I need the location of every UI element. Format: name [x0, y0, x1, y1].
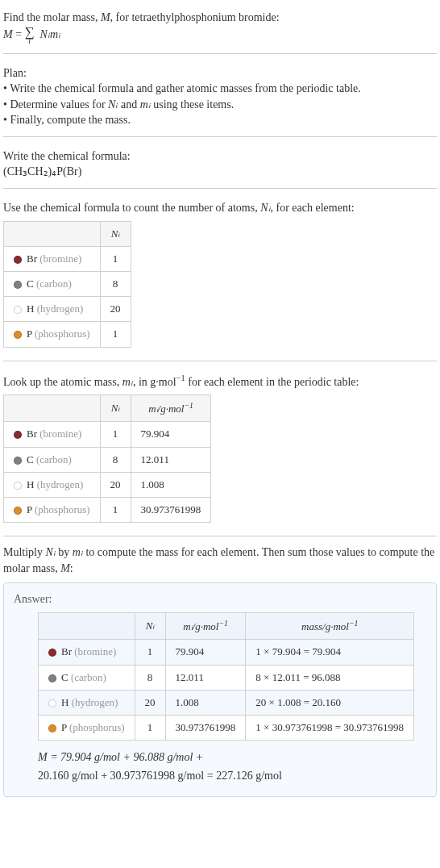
table-row: Br (bromine) 1 79.904	[4, 422, 211, 447]
element-name: (hydrogen)	[72, 696, 118, 708]
header-mass: mass/g·mol−1	[246, 612, 414, 640]
element-dot-icon	[14, 507, 22, 515]
element-name: (hydrogen)	[37, 303, 84, 315]
count-table: Nᵢ Br (bromine) 1 C (carbon) 8 H (hydrog…	[3, 221, 131, 348]
table-row: P (phosphorus) 1 30.973761998	[4, 497, 211, 522]
ans-mass: 1 × 30.973761998 = 30.973761998	[246, 715, 414, 740]
element-dot-icon	[48, 724, 56, 732]
table-header-row: Nᵢ mᵢ/g·mol−1	[4, 394, 211, 422]
element-symbol: Br	[27, 252, 37, 265]
intro-post: , for tetraethylphosphonium bromide:	[110, 11, 280, 23]
final-line2: 20.160 g/mol + 30.973761998 g/mol = 227.…	[38, 770, 282, 782]
lookup-m: 12.011	[131, 447, 211, 472]
lookup-post: for each element in the periodic table:	[185, 375, 359, 387]
element-name: (carbon)	[71, 671, 106, 683]
ans-mass: 8 × 12.011 = 96.088	[246, 665, 414, 690]
header-empty	[4, 394, 101, 422]
chemical-formula: (CH₃CH₂)₄P(Br)	[3, 164, 437, 180]
lookup-m: 30.973761998	[131, 497, 211, 522]
formula-title: Write the chemical formula:	[3, 148, 437, 165]
intro-pre: Find the molar mass,	[3, 11, 101, 23]
sigma-icon: ∑i	[25, 26, 35, 45]
table-row: H (hydrogen) 20 1.008	[4, 472, 211, 497]
table-row: P (phosphorus) 1	[4, 322, 131, 347]
element-dot-icon	[14, 331, 22, 339]
plan-b2-post: using these items.	[151, 98, 234, 111]
count-n: 20	[100, 297, 131, 322]
answer-table: Nᵢ mᵢ/g·mol−1 mass/g·mol−1 Br (bromine) …	[38, 612, 414, 741]
count-var: Nᵢ	[260, 202, 270, 214]
ans-n: 8	[135, 665, 165, 690]
count-n: 8	[100, 272, 131, 297]
element-symbol: P	[27, 503, 32, 515]
eq-eq: =	[13, 28, 25, 40]
element-symbol: P	[27, 328, 32, 340]
element-dot-icon	[14, 482, 22, 490]
element-symbol: C	[27, 453, 34, 465]
element-symbol: H	[27, 303, 34, 315]
count-post: , for each element:	[271, 202, 355, 214]
ans-m: 79.904	[165, 640, 246, 665]
multiply-line: Multiply Nᵢ by mᵢ to compute the mass fo…	[3, 545, 437, 576]
header-m: mᵢ/g·mol−1	[165, 612, 246, 640]
count-n: 1	[100, 322, 131, 347]
table-row: H (hydrogen) 20	[4, 297, 131, 322]
mul-n: Nᵢ	[46, 546, 56, 558]
intro-var-m: M	[101, 11, 110, 23]
mul-pre: Multiply	[3, 546, 46, 558]
plan-b2-m: mᵢ	[140, 98, 151, 111]
element-name: (phosphorus)	[35, 503, 90, 515]
element-name: (carbon)	[36, 453, 72, 465]
count-section: Use the chemical formula to count the nu…	[3, 197, 437, 361]
table-row: Br (bromine) 1	[4, 246, 131, 271]
element-symbol: C	[61, 671, 68, 683]
lookup-var: mᵢ	[122, 375, 133, 387]
lookup-n: 8	[100, 447, 131, 472]
header-empty	[4, 221, 101, 246]
element-dot-icon	[14, 457, 22, 465]
element-symbol: H	[27, 478, 34, 490]
element-symbol: P	[61, 721, 67, 733]
lookup-n: 20	[100, 472, 131, 497]
plan-section: Plan: • Write the chemical formula and g…	[3, 62, 437, 137]
element-dot-icon	[48, 674, 56, 682]
plan-b2-pre: • Determine values for	[3, 98, 108, 111]
element-dot-icon	[14, 306, 22, 314]
table-row: H (hydrogen) 20 1.008 20 × 1.008 = 20.16…	[39, 690, 414, 715]
lookup-m: 79.904	[131, 422, 211, 447]
element-symbol: H	[61, 696, 68, 708]
table-header-row: Nᵢ mᵢ/g·mol−1 mass/g·mol−1	[39, 612, 414, 640]
element-name: (phosphorus)	[35, 328, 90, 340]
mul-by: by	[56, 546, 73, 558]
count-line: Use the chemical formula to count the nu…	[3, 200, 437, 216]
multiply-section: Multiply Nᵢ by mᵢ to compute the mass fo…	[3, 545, 437, 579]
lookup-mid: , in g·mol	[133, 375, 176, 387]
element-name: (carbon)	[36, 278, 72, 290]
lookup-table: Nᵢ mᵢ/g·mol−1 Br (bromine) 1 79.904 C (c…	[3, 394, 211, 523]
plan-title: Plan:	[3, 65, 437, 81]
plan-bullet-2: • Determine values for Nᵢ and mᵢ using t…	[3, 97, 437, 113]
element-dot-icon	[48, 649, 56, 657]
element-name: (bromine)	[39, 428, 81, 440]
ans-m: 30.973761998	[165, 715, 246, 740]
answer-box: Answer: Nᵢ mᵢ/g·mol−1 mass/g·mol−1 Br (b…	[3, 582, 437, 797]
lookup-n: 1	[100, 497, 131, 522]
eq-m: M	[3, 28, 13, 40]
formula-section: Write the chemical formula: (CH₃CH₂)₄P(B…	[3, 145, 437, 189]
element-symbol: Br	[61, 645, 72, 657]
element-name: (hydrogen)	[37, 478, 84, 490]
lookup-section: Look up the atomic mass, mᵢ, in g·mol−1 …	[3, 369, 437, 537]
table-row: C (carbon) 8 12.011	[4, 447, 211, 472]
element-name: (phosphorus)	[69, 721, 125, 733]
table-row: Br (bromine) 1 79.904 1 × 79.904 = 79.90…	[39, 640, 414, 665]
element-dot-icon	[14, 256, 22, 264]
table-row: C (carbon) 8 12.011 8 × 12.011 = 96.088	[39, 665, 414, 690]
header-n: Nᵢ	[100, 394, 131, 422]
ans-m: 12.011	[165, 665, 246, 690]
mul-mvar: M	[60, 562, 70, 574]
plan-b2-n: Nᵢ	[108, 98, 118, 111]
header-m: mᵢ/g·mol−1	[131, 394, 211, 422]
sigma-sub: i	[28, 38, 31, 45]
header-n: Nᵢ	[100, 221, 131, 246]
lookup-pre: Look up the atomic mass,	[3, 375, 122, 387]
